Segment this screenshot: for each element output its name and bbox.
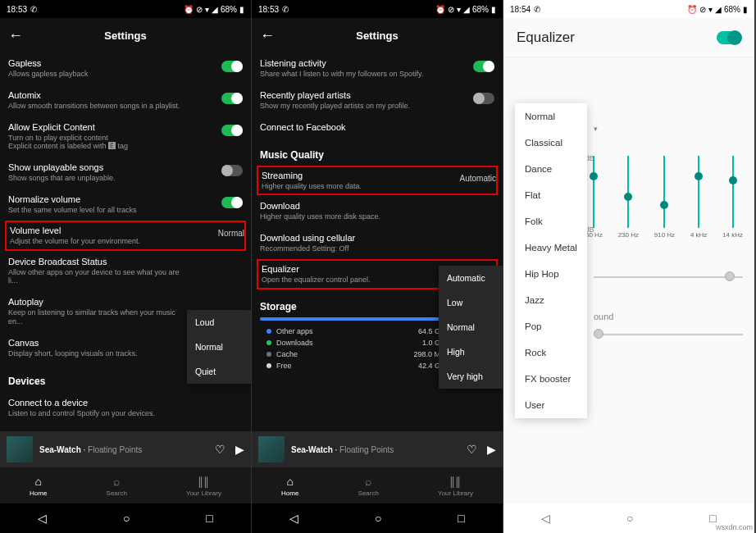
toggle-listening[interactable] bbox=[473, 61, 494, 72]
music-quality-section: Music Quality bbox=[260, 149, 494, 161]
opt-very-high[interactable]: Very high bbox=[439, 364, 503, 389]
setting-explicit[interactable]: Allow Explicit Content Turn on to play e… bbox=[8, 116, 243, 157]
nav-recent-icon[interactable]: □ bbox=[458, 512, 464, 525]
preset-jazz[interactable]: Jazz bbox=[515, 287, 587, 313]
toggle-gapless[interactable] bbox=[221, 61, 243, 72]
surround-slider[interactable] bbox=[594, 328, 743, 341]
setting-unplayable[interactable]: Show unplayable songs Show songs that ar… bbox=[8, 157, 243, 189]
bottom-nav: ⌂Home ⌕Search ∥∥Your Library bbox=[0, 467, 251, 503]
opt-low[interactable]: Low bbox=[439, 290, 503, 315]
setting-connect-facebook[interactable]: Connect to Facebook bbox=[260, 116, 494, 138]
heart-icon[interactable]: ♡ bbox=[215, 443, 225, 456]
toggle-explicit[interactable] bbox=[221, 125, 243, 136]
nav-search[interactable]: ⌕Search bbox=[107, 475, 127, 497]
nav-home-icon[interactable]: ○ bbox=[626, 512, 633, 525]
opt-quiet[interactable]: Quiet bbox=[187, 359, 251, 384]
wifi-icon: ▾ bbox=[708, 5, 713, 14]
opt-normal[interactable]: Normal bbox=[439, 315, 503, 339]
setting-volume-level[interactable]: Volume level Adjust the volume for your … bbox=[5, 221, 246, 251]
preset-rock[interactable]: Rock bbox=[515, 339, 587, 366]
toggle-recent[interactable] bbox=[473, 93, 494, 104]
back-icon[interactable]: ← bbox=[8, 27, 23, 44]
setting-normalize[interactable]: Normalize volume Set the same volume lev… bbox=[8, 189, 243, 221]
header: ← Settings bbox=[0, 18, 251, 52]
nav-recent-icon[interactable]: □ bbox=[206, 512, 212, 525]
eq-band-60Hz[interactable]: 60 Hz bbox=[585, 156, 603, 246]
nav-back-icon[interactable]: ◁ bbox=[38, 512, 47, 525]
opt-automatic[interactable]: Automatic bbox=[439, 266, 503, 290]
toggle-equalizer[interactable] bbox=[717, 31, 741, 44]
nav-library[interactable]: ∥∥Your Library bbox=[186, 475, 221, 497]
nav-home[interactable]: ⌂Home bbox=[281, 475, 298, 497]
nav-back-icon[interactable]: ◁ bbox=[289, 512, 298, 525]
opt-normal[interactable]: Normal bbox=[187, 335, 251, 359]
now-playing-text: Sea-Watch · Floating Points bbox=[39, 445, 208, 454]
volume-dropdown[interactable]: Loud Normal Quiet bbox=[187, 310, 251, 384]
play-icon[interactable]: ▶ bbox=[235, 443, 244, 456]
setting-streaming[interactable]: Streaming Higher quality uses more data.… bbox=[257, 166, 498, 196]
wifi-icon: ▾ bbox=[205, 5, 209, 14]
status-bar: 18:53✆ ⏰⊘▾◢68%▮ bbox=[252, 0, 503, 18]
nav-home[interactable]: ⌂Home bbox=[30, 475, 47, 497]
nav-back-icon[interactable]: ◁ bbox=[541, 512, 550, 525]
back-icon[interactable]: ← bbox=[260, 27, 275, 44]
preset-heavy-metal[interactable]: Heavy Metal bbox=[515, 235, 587, 261]
preset-normal[interactable]: Normal bbox=[515, 103, 587, 130]
setting-connect-device[interactable]: Connect to a device Listen to and contro… bbox=[8, 392, 243, 424]
setting-download[interactable]: Download Higher quality uses more disk s… bbox=[260, 195, 494, 227]
quality-dropdown[interactable]: Automatic Low Normal High Very high bbox=[439, 266, 503, 389]
preset-hip-hop[interactable]: Hip Hop bbox=[515, 261, 587, 287]
eq-band-4kHz[interactable]: 4 kHz bbox=[690, 156, 707, 246]
android-navbar: ◁ ○ □ bbox=[252, 503, 503, 533]
eq-band-14kHz[interactable]: 14 kHz bbox=[722, 156, 743, 246]
play-icon[interactable]: ▶ bbox=[487, 443, 496, 456]
setting-broadcast[interactable]: Device Broadcast Status Allow other apps… bbox=[8, 251, 243, 292]
setting-cellular[interactable]: Download using cellular Recommended Sett… bbox=[260, 227, 494, 259]
library-icon: ∥∥ bbox=[449, 475, 461, 488]
whatsapp-icon: ✆ bbox=[30, 5, 37, 14]
search-icon: ⌕ bbox=[365, 475, 371, 488]
setting-recent-artists[interactable]: Recently played artists Show my recently… bbox=[260, 84, 494, 116]
bottom-nav: ⌂Home ⌕Search ∥∥Your Library bbox=[252, 467, 503, 503]
preset-user[interactable]: User bbox=[515, 392, 587, 418]
dropdown-caret-icon[interactable]: ▾ bbox=[594, 125, 598, 133]
setting-listening-activity[interactable]: Listening activity Share what I listen t… bbox=[260, 52, 494, 84]
header: ← Settings bbox=[252, 18, 503, 52]
status-bar: 18:53✆ ⏰⊘▾◢68%▮ bbox=[0, 0, 251, 18]
toggle-unplayable[interactable] bbox=[221, 165, 243, 176]
opt-loud[interactable]: Loud bbox=[187, 310, 251, 335]
alarm-icon: ⏰ bbox=[184, 5, 194, 14]
preset-dance[interactable]: Dance bbox=[515, 156, 587, 182]
whatsapp-icon: ✆ bbox=[282, 5, 289, 14]
android-navbar: ◁ ○ □ bbox=[0, 503, 251, 533]
preset-classical[interactable]: Classical bbox=[515, 130, 587, 156]
album-art bbox=[258, 436, 285, 462]
setting-automix[interactable]: Automix Allow smooth transitions between… bbox=[8, 84, 243, 116]
now-playing-bar[interactable]: Sea-Watch · Floating Points ♡▶ bbox=[0, 431, 251, 467]
settings-content: Listening activity Share what I listen t… bbox=[252, 52, 503, 431]
preset-fx-booster[interactable]: FX booster bbox=[515, 366, 587, 392]
now-playing-bar[interactable]: Sea-Watch · Floating Points ♡▶ bbox=[252, 431, 503, 467]
toggle-automix[interactable] bbox=[221, 93, 243, 104]
alarm-icon: ⏰ bbox=[435, 5, 445, 14]
preset-pop[interactable]: Pop bbox=[515, 313, 587, 339]
preset-folk[interactable]: Folk bbox=[515, 208, 587, 235]
eq-band-230Hz[interactable]: 230 Hz bbox=[618, 156, 639, 246]
setting-gapless[interactable]: Gapless Allows gapless playback bbox=[8, 52, 243, 84]
toggle-normalize[interactable] bbox=[221, 197, 243, 208]
nav-library[interactable]: ∥∥Your Library bbox=[438, 475, 473, 497]
preset-flat[interactable]: Flat bbox=[515, 182, 587, 208]
volume-value: Normal bbox=[218, 229, 244, 238]
preset-dropdown[interactable]: NormalClassicalDanceFlatFolkHeavy MetalH… bbox=[515, 103, 587, 418]
settings-content: Gapless Allows gapless playback Automix … bbox=[0, 52, 251, 431]
opt-high[interactable]: High bbox=[439, 339, 503, 364]
battery-text: 68% bbox=[472, 5, 489, 14]
now-playing-text: Sea-Watch · Floating Points bbox=[291, 445, 460, 454]
nav-home-icon[interactable]: ○ bbox=[375, 512, 381, 525]
bass-slider[interactable] bbox=[594, 271, 743, 284]
heart-icon[interactable]: ♡ bbox=[467, 443, 477, 456]
eq-band-910Hz[interactable]: 910 Hz bbox=[654, 156, 675, 246]
nav-search[interactable]: ⌕Search bbox=[358, 475, 379, 497]
nav-home-icon[interactable]: ○ bbox=[123, 512, 130, 525]
page-title: Equalizer bbox=[517, 30, 575, 46]
